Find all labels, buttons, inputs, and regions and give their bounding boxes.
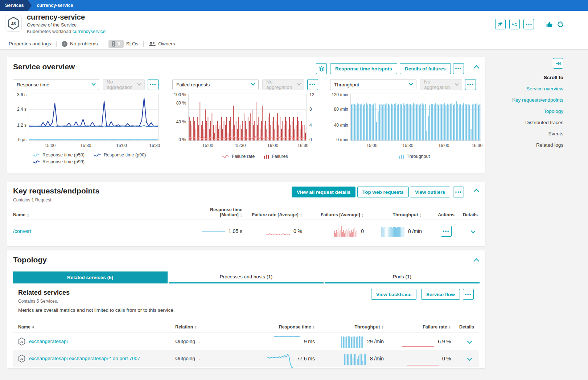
collapse-section-icon[interactable] — [474, 65, 480, 71]
expand-details-icon[interactable] — [467, 339, 472, 344]
col-name[interactable]: Name▲▼ — [18, 324, 175, 330]
top-web-requests-button[interactable]: Top web requests — [357, 187, 409, 197]
response-time-cell: 1.05 s — [166, 227, 242, 236]
svg-text:JS: JS — [20, 340, 24, 343]
service-link[interactable]: exchangeratesapi exchangeratesapi-* on p… — [29, 356, 140, 361]
panel3-more-button[interactable]: ••• — [465, 79, 476, 90]
failure-rate-sparkline — [402, 342, 434, 348]
feedback-thumbs-up-button[interactable] — [546, 21, 553, 28]
chevron-down-icon — [409, 82, 413, 86]
metric-select-failed-requests[interactable]: Failed requests — [172, 79, 259, 90]
scrollto-topology[interactable]: Topology — [544, 109, 563, 114]
related-services-title: Related services — [18, 289, 70, 297]
service-link[interactable]: exchangeratesapi — [29, 339, 68, 344]
response-time-chart[interactable] — [29, 94, 159, 141]
service-flow-button[interactable]: Service flow — [421, 289, 460, 300]
tab-related-services[interactable]: Related services (5) — [13, 271, 168, 283]
analysis-button[interactable] — [509, 19, 520, 29]
legend-p90[interactable]: Response time (p90) — [94, 152, 146, 158]
scrollto-distributed-traces[interactable]: Distributed traces — [525, 120, 563, 125]
tab-pods[interactable]: Pods (1) — [325, 271, 480, 283]
scroll-to-title: Scroll to — [544, 75, 563, 80]
col-failures[interactable]: Failures [Average]▲▼ — [302, 212, 364, 217]
refresh-button[interactable] — [557, 21, 564, 28]
response-time-sparkline — [267, 354, 293, 368]
col-throughput[interactable]: Throughput▲▼ — [315, 324, 384, 330]
legend-throughput[interactable]: Throughput — [399, 154, 430, 159]
tab-processes-and-hosts[interactable]: Processes and hosts (1) — [169, 271, 324, 283]
legend-failures[interactable]: Failures — [264, 154, 288, 159]
traffic-light-icon — [112, 41, 116, 47]
collapse-nav-button[interactable] — [553, 58, 563, 69]
header-more-button[interactable] — [523, 19, 534, 29]
response-time-legend: Response time (p50) Response time (p90) — [33, 152, 146, 158]
topology-title: Topology — [13, 256, 47, 264]
col-response-time[interactable]: Response time▲▼ — [237, 324, 315, 330]
response-time-hotspots-button[interactable]: Response time hotspots — [330, 63, 397, 74]
x-tick: 16:00 — [438, 143, 449, 148]
owners-label: Owners — [158, 41, 175, 46]
slo-count: 0 — [118, 41, 120, 46]
scrollto-key-requests[interactable]: Key requests/endpoints — [512, 97, 563, 103]
related-services-more-button[interactable]: ••• — [463, 289, 474, 300]
collapse-section-icon[interactable] — [474, 258, 480, 264]
request-name: /convert — [13, 228, 166, 234]
scrollto-service-overview[interactable]: Service overview — [526, 86, 563, 91]
throughput-cell: 8 /min — [315, 352, 384, 365]
related-service-row: JS exchangeratesapi Outgoing → 9 ms 29 /… — [13, 333, 479, 350]
tab-slos[interactable]: 0 SLOs — [108, 40, 139, 48]
row-actions-button[interactable]: ••• — [441, 226, 452, 237]
pin-button[interactable] — [495, 19, 506, 29]
metric-select-throughput[interactable]: Throughput — [330, 79, 416, 90]
col-failure-rate[interactable]: Failure rate [Average]▲▼ — [242, 212, 302, 217]
metric-select-response-time[interactable]: Response time — [13, 79, 99, 90]
throughput-chart[interactable] — [350, 94, 481, 141]
aggregation-select-3: No aggregation — [420, 79, 462, 90]
tab-problems[interactable]: ✓ No problems — [62, 41, 98, 47]
view-backtrace-button[interactable]: View backtrace — [371, 289, 416, 300]
col-response-time[interactable]: Response time [Median]▲▼ — [166, 207, 242, 217]
failure-rate-cell: 0 % — [242, 227, 302, 236]
throughput-cell: 8 /min — [364, 226, 422, 237]
layers-button[interactable] — [316, 63, 327, 74]
service-overview-more-button[interactable]: ••• — [453, 63, 464, 74]
view-outliers-button[interactable]: View outliers — [410, 187, 450, 197]
breadcrumb-current[interactable]: currency-service — [37, 0, 73, 11]
details-cell — [451, 340, 474, 343]
throughput-sparkline — [341, 335, 363, 348]
legend-p50[interactable]: Response time (p50) — [33, 152, 85, 158]
tabbar-divider — [143, 41, 144, 47]
page-subtitle: Overview of the Service — [27, 22, 77, 28]
col-throughput[interactable]: Throughput▲▼ — [364, 212, 422, 217]
panel1-more-button[interactable]: ••• — [148, 79, 159, 90]
x-tick: 15:00 — [202, 143, 213, 148]
expand-details-icon[interactable] — [467, 356, 472, 361]
view-all-request-details-button[interactable]: View all request details — [292, 187, 355, 197]
y-tick: 40 % — [176, 119, 186, 124]
legend-failure-rate[interactable]: Failure rate — [222, 154, 255, 159]
expand-details-icon[interactable] — [471, 229, 476, 233]
key-requests-more-button[interactable]: ••• — [453, 187, 464, 197]
y-tick: 12 — [309, 92, 314, 97]
failed-requests-plot — [189, 94, 306, 142]
failure-rate-cell: 6.9 % — [384, 335, 451, 348]
throughput-cell: 29 /min — [315, 335, 384, 348]
panel2-more-button[interactable]: ••• — [307, 79, 318, 90]
breadcrumb-services[interactable]: Services — [0, 0, 32, 11]
col-relation[interactable]: Relation▲▼ — [175, 324, 237, 330]
nodejs-hexagon-icon: JS — [18, 338, 25, 346]
legend-p99[interactable]: Response time (p99) — [33, 159, 85, 164]
failed-requests-right-axis: 12 8 4 0 — [308, 94, 317, 141]
failed-requests-chart[interactable] — [188, 94, 307, 141]
throughput-legend: Throughput — [399, 154, 430, 159]
col-name[interactable]: Name▲▼ — [13, 212, 166, 217]
scrollto-related-logs[interactable]: Related logs — [536, 142, 563, 148]
tab-properties-and-tags[interactable]: Properties and tags — [9, 41, 51, 46]
tab-owners[interactable]: Owners — [149, 41, 175, 46]
details-of-failures-button[interactable]: Details of failures — [400, 63, 451, 74]
collapse-section-icon[interactable] — [474, 189, 480, 195]
scrollto-events[interactable]: Events — [548, 131, 563, 136]
entity-tabbar: Properties and tags ✓ No problems 0 SLOs… — [0, 38, 588, 50]
col-failure-rate[interactable]: Failure rate▲▼ — [384, 324, 451, 330]
workload-link[interactable]: currencyservice — [73, 29, 106, 34]
